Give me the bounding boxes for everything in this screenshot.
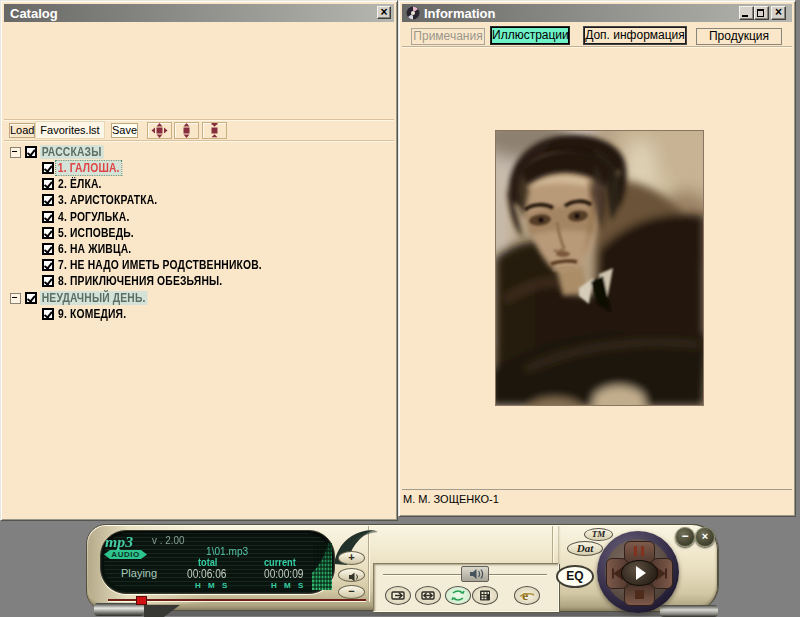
svg-text:e: e <box>522 588 528 603</box>
